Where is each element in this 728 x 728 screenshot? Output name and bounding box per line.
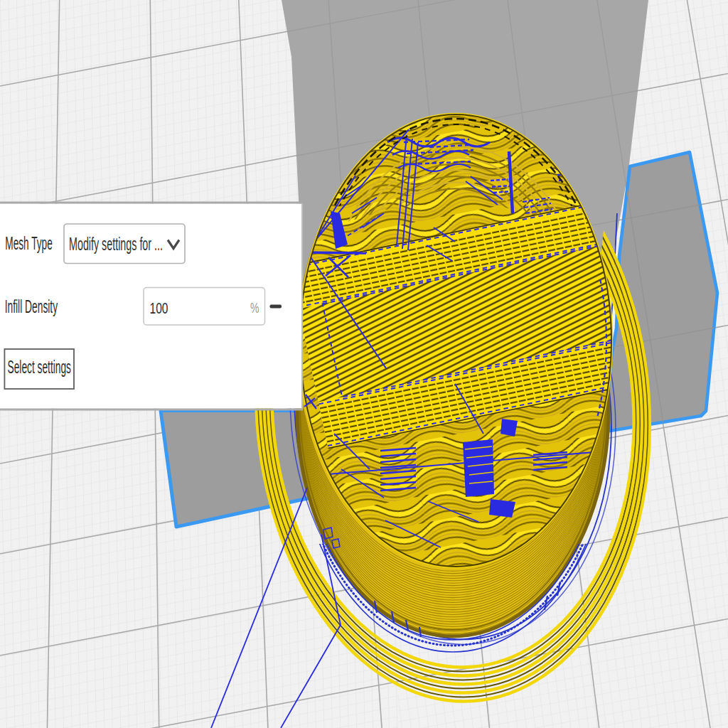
- svg-text:%: %: [250, 300, 259, 316]
- svg-text:Mesh Type: Mesh Type: [5, 233, 53, 253]
- svg-text:100: 100: [150, 299, 168, 317]
- svg-text:Modify settings for ...: Modify settings for ...: [69, 234, 163, 254]
- svg-text:Infill Density: Infill Density: [5, 296, 58, 316]
- svg-text:Select settings: Select settings: [8, 357, 71, 377]
